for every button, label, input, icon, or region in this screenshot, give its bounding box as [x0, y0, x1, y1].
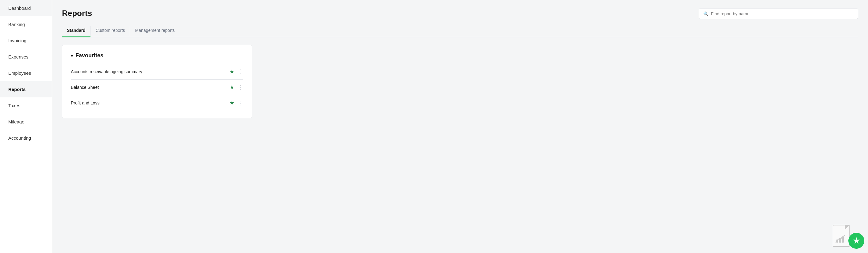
favourites-list: Accounts receivable ageing summary★⋮Bala…: [71, 64, 243, 111]
star-icon[interactable]: ★: [229, 84, 234, 91]
favourites-card: ▾ Favourites Accounts receivable ageing …: [62, 45, 252, 118]
tab-standard[interactable]: Standard: [62, 25, 91, 37]
table-row: Profit and Loss★⋮: [71, 95, 243, 111]
main-content: Reports 🔍 StandardCustom reportsManageme…: [52, 0, 868, 253]
tabs: StandardCustom reportsManagement reports: [62, 25, 858, 37]
sidebar-item-expenses[interactable]: Expenses: [0, 49, 52, 65]
favourites-header: ▾ Favourites: [71, 52, 243, 59]
report-actions: ★⋮: [229, 100, 243, 106]
svg-rect-2: [842, 237, 844, 243]
sidebar-item-employees[interactable]: Employees: [0, 65, 52, 81]
table-row: Balance Sheet★⋮: [71, 79, 243, 95]
svg-rect-1: [839, 238, 841, 243]
search-input[interactable]: [711, 11, 854, 16]
sidebar-item-banking[interactable]: Banking: [0, 16, 52, 33]
report-actions: ★⋮: [229, 68, 243, 75]
more-icon[interactable]: ⋮: [238, 100, 243, 106]
sidebar-item-dashboard[interactable]: Dashboard: [0, 0, 52, 16]
chevron-down-icon: ▾: [71, 53, 73, 58]
favourites-title: Favourites: [75, 52, 103, 59]
report-name[interactable]: Balance Sheet: [71, 85, 99, 90]
report-actions: ★⋮: [229, 84, 243, 91]
more-icon[interactable]: ⋮: [238, 84, 243, 91]
sidebar: DashboardBankingInvoicingExpensesEmploye…: [0, 0, 52, 253]
search-bar: 🔍: [699, 8, 858, 19]
more-icon[interactable]: ⋮: [238, 68, 243, 75]
report-name[interactable]: Profit and Loss: [71, 101, 99, 105]
sidebar-item-accounting[interactable]: Accounting: [0, 130, 52, 146]
sidebar-item-invoicing[interactable]: Invoicing: [0, 33, 52, 49]
search-icon: 🔍: [703, 11, 709, 16]
sidebar-item-reports[interactable]: Reports: [0, 81, 52, 98]
star-icon[interactable]: ★: [229, 100, 234, 106]
table-row: Accounts receivable ageing summary★⋮: [71, 64, 243, 79]
tab-custom-reports[interactable]: Custom reports: [91, 25, 130, 37]
sidebar-item-mileage[interactable]: Mileage: [0, 114, 52, 130]
star-icon[interactable]: ★: [229, 68, 234, 75]
tab-management-reports[interactable]: Management reports: [130, 25, 179, 37]
sidebar-item-taxes[interactable]: Taxes: [0, 98, 52, 114]
illustration: ★: [819, 216, 868, 253]
report-name[interactable]: Accounts receivable ageing summary: [71, 69, 142, 74]
svg-rect-0: [836, 240, 838, 243]
